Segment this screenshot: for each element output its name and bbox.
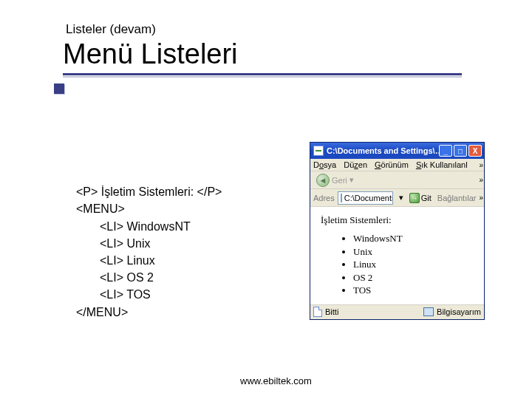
nav-toolbar: ◄ Geri ▾ » bbox=[310, 171, 484, 189]
address-dropdown-icon[interactable]: ▾ bbox=[396, 193, 406, 202]
code-line: <LI> WindowsNT bbox=[76, 218, 191, 235]
page-content: İşletim Sistemleri: WindowsNT Unix Linux… bbox=[310, 207, 484, 304]
code-line: <MENU> bbox=[76, 202, 125, 215]
code-line: <P> İşletim Sistemleri: </P> bbox=[76, 185, 222, 198]
main-heading: Menü Listeleri bbox=[63, 38, 462, 70]
page-icon bbox=[341, 194, 342, 202]
slide-heading: Listeler (devam) Menü Listeleri bbox=[63, 22, 462, 75]
window-title: C:\Documents and Settings\… bbox=[327, 146, 439, 155]
content-heading: İşletim Sistemleri: bbox=[321, 214, 477, 226]
document-icon bbox=[313, 307, 322, 317]
code-sample: <P> İşletim Sistemleri: </P> <MENU> <LI>… bbox=[76, 166, 222, 321]
ie-icon bbox=[313, 146, 324, 156]
back-button[interactable]: ◄ Geri ▾ bbox=[313, 173, 357, 188]
menu-edit[interactable]: Düzen bbox=[344, 160, 367, 169]
maximize-button[interactable]: □ bbox=[454, 145, 467, 157]
overflow-icon[interactable]: » bbox=[479, 194, 481, 202]
list-item: WindowsNT bbox=[353, 232, 477, 245]
links-label: Bağlantılar bbox=[437, 194, 477, 202]
overflow-icon[interactable]: » bbox=[479, 161, 481, 169]
menu-file[interactable]: Dosya bbox=[313, 160, 336, 169]
address-label: Adres bbox=[313, 194, 335, 202]
dropdown-arrow-icon: ▾ bbox=[349, 175, 354, 185]
address-bar: Adres C:\Documents ▾ → Git Bağlantılar » bbox=[310, 189, 484, 207]
menu-view[interactable]: Görünüm bbox=[375, 160, 409, 169]
sub-heading: Listeler (devam) bbox=[66, 22, 462, 37]
code-line: <LI> Unix bbox=[76, 235, 150, 252]
list-item: TOS bbox=[353, 284, 477, 297]
address-input[interactable]: C:\Documents bbox=[338, 191, 393, 205]
computer-icon bbox=[423, 307, 434, 316]
menubar: Dosya Düzen Görünüm Sık Kullanılanl » bbox=[310, 159, 484, 171]
go-arrow-icon: → bbox=[409, 193, 420, 203]
status-done: Bitti bbox=[325, 307, 338, 316]
go-button[interactable]: → Git bbox=[409, 193, 432, 203]
code-line: <LI> OS 2 bbox=[76, 269, 154, 286]
list-item: Linux bbox=[353, 258, 477, 271]
status-zone: Bilgisayarım bbox=[437, 307, 481, 316]
status-bar: Bitti Bilgisayarım bbox=[310, 304, 484, 319]
menu-favorites[interactable]: Sık Kullanılanl bbox=[416, 160, 468, 169]
heading-underline bbox=[63, 73, 462, 75]
browser-window: C:\Documents and Settings\… _ □ X Dosya … bbox=[310, 142, 485, 320]
close-button[interactable]: X bbox=[468, 145, 482, 157]
back-label: Geri bbox=[332, 176, 347, 185]
back-arrow-icon: ◄ bbox=[316, 174, 330, 187]
content-list: WindowsNT Unix Linux OS 2 TOS bbox=[321, 232, 477, 297]
address-value: C:\Documents bbox=[344, 194, 393, 202]
minimize-button[interactable]: _ bbox=[439, 145, 452, 157]
list-item: OS 2 bbox=[353, 271, 477, 284]
accent-square bbox=[54, 83, 64, 94]
overflow-icon[interactable]: » bbox=[479, 176, 481, 184]
code-line: </MENU> bbox=[76, 306, 128, 318]
list-item: Unix bbox=[353, 245, 477, 259]
footer-url: www.ebiltek.com bbox=[240, 375, 312, 386]
titlebar: C:\Documents and Settings\… _ □ X bbox=[310, 143, 484, 159]
code-line: <LI> Linux bbox=[76, 252, 155, 269]
go-label: Git bbox=[421, 194, 432, 202]
code-line: <LI> TOS bbox=[76, 286, 151, 303]
